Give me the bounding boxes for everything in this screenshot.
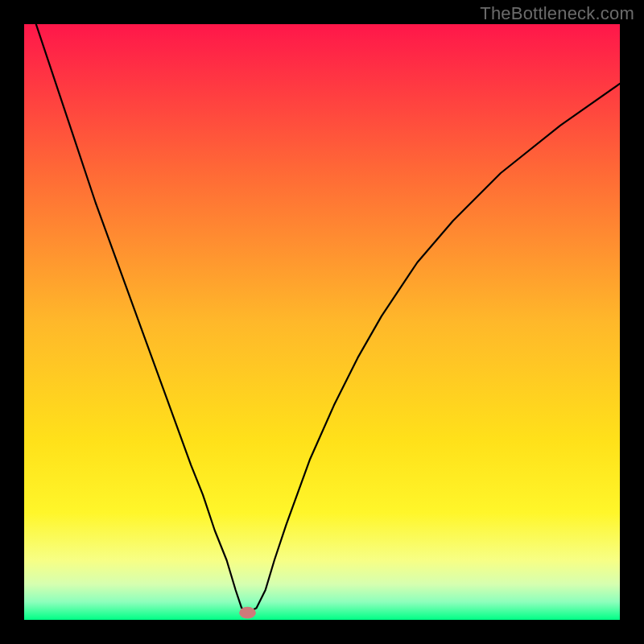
gradient-background [24, 24, 620, 620]
watermark-label: TheBottleneck.com [480, 3, 634, 24]
chart-svg [24, 24, 620, 620]
plot-area [24, 24, 620, 620]
optimal-point-marker [239, 607, 256, 619]
chart-frame: TheBottleneck.com [0, 0, 644, 644]
